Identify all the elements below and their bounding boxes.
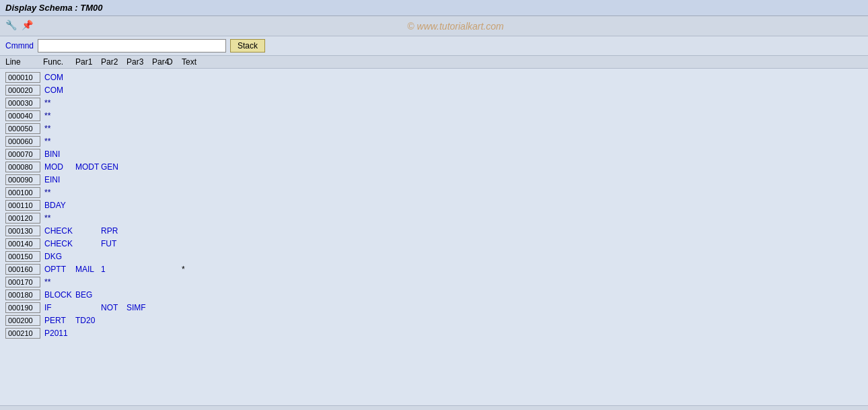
table-row: 000100** (5, 186, 863, 199)
table-row: 000010COM (5, 71, 863, 83)
bookmark-icon[interactable]: 📌 (22, 20, 35, 33)
line-number[interactable]: 000100 (5, 187, 40, 198)
func-value: CHECK (43, 239, 75, 248)
line-number[interactable]: 000010 (5, 72, 40, 83)
main-content: 000010COM000020COM000030**000040**000050… (0, 69, 868, 405)
col-header-par4: Par4 (152, 57, 167, 67)
line-number[interactable]: 000140 (5, 238, 40, 249)
func-value: EINI (43, 175, 75, 184)
func-value: ** (43, 111, 75, 121)
line-number[interactable]: 000200 (5, 315, 40, 326)
func-value: ** (43, 277, 75, 287)
par2-value: 1 (101, 265, 126, 274)
table-row: 000070BINI (5, 148, 863, 160)
table-row: 000200PERTTD20 (5, 314, 863, 327)
toolbar: 🔧 📌 © www.tutorialkart.com (0, 16, 868, 36)
func-value: ** (43, 188, 75, 197)
table-row: 000170** (5, 276, 863, 288)
func-value: MOD (43, 162, 75, 172)
title-bar: Display Schema : TM00 (0, 0, 868, 16)
line-number[interactable]: 000170 (5, 277, 40, 287)
line-number[interactable]: 000020 (5, 85, 40, 96)
table-row: 000050** (5, 123, 863, 135)
table-row: 000020COM (5, 84, 863, 96)
col-header-par1: Par1 (75, 57, 101, 67)
line-number[interactable]: 000150 (5, 251, 40, 262)
func-value: CHECK (43, 226, 75, 236)
wrench-icon[interactable]: 🔧 (5, 20, 19, 33)
table-row: 000120** (5, 212, 863, 224)
toolbar-icons: 🔧 📌 (5, 20, 35, 33)
table-row: 000080MODMODTGEN (5, 161, 863, 173)
table-row: 000180BLOCKBEG (5, 289, 863, 301)
par1-value: MAIL (75, 265, 101, 274)
line-number[interactable]: 000050 (5, 123, 40, 134)
table-row: 000150DKG (5, 250, 863, 263)
col-header-d: D (167, 57, 182, 67)
line-number[interactable]: 000130 (5, 226, 40, 236)
command-input[interactable] (38, 39, 226, 53)
func-value: ** (43, 213, 75, 223)
watermark: © www.tutorialkart.com (48, 21, 863, 32)
par2-value: FUT (101, 239, 126, 248)
line-number[interactable]: 000040 (5, 110, 40, 121)
col-header-par3: Par3 (126, 57, 152, 67)
par1-value: BEG (75, 290, 101, 300)
func-value: COM (43, 86, 75, 95)
func-value: ** (43, 137, 75, 146)
table-row: 000030** (5, 97, 863, 109)
line-number[interactable]: 000120 (5, 213, 40, 224)
func-value: IF (43, 303, 75, 312)
line-number[interactable]: 000030 (5, 98, 40, 108)
line-number[interactable]: 000190 (5, 302, 40, 313)
par1-value: MODT (75, 162, 101, 172)
line-number[interactable]: 000060 (5, 136, 40, 147)
col-header-func: Func. (43, 57, 75, 67)
func-value: BLOCK (43, 290, 75, 300)
command-label: Cmmnd (5, 41, 34, 50)
func-value: DKG (43, 252, 75, 261)
bottom-area (0, 405, 868, 410)
par3-value: SIMF (126, 303, 152, 312)
func-value: PERT (43, 316, 75, 325)
table-row: 000060** (5, 135, 863, 147)
par2-value: NOT (101, 303, 126, 312)
func-value: ** (43, 98, 75, 108)
func-value: P2011 (43, 329, 75, 338)
table-row: 000110BDAY (5, 199, 863, 211)
table-row: 000040** (5, 110, 863, 122)
text-value: * (182, 265, 316, 274)
func-value: OPTT (43, 265, 75, 274)
line-number[interactable]: 000110 (5, 200, 40, 211)
func-value: BINI (43, 149, 75, 159)
par1-value: TD20 (75, 316, 101, 325)
line-number[interactable]: 000070 (5, 149, 40, 160)
par2-value: GEN (101, 162, 126, 172)
table-row: 000190IFNOTSIMF (5, 302, 863, 314)
table-row: 000160OPTTMAIL1* (5, 263, 863, 275)
col-header-text: Text (182, 57, 316, 67)
func-value: ** (43, 124, 75, 133)
col-header-par2: Par2 (101, 57, 126, 67)
table-row: 000140CHECKFUT (5, 238, 863, 250)
line-number[interactable]: 000080 (5, 162, 40, 172)
line-number[interactable]: 000180 (5, 289, 40, 300)
table-row: 000090EINI (5, 174, 863, 186)
func-value: BDAY (43, 201, 75, 210)
title-text: Display Schema : TM00 (5, 3, 103, 13)
line-number[interactable]: 000160 (5, 264, 40, 275)
command-bar: Cmmnd Stack (0, 36, 868, 56)
table-row: 000130CHECKRPR (5, 225, 863, 237)
func-value: COM (43, 73, 75, 82)
table-row: 000210P2011 (5, 327, 863, 339)
line-number[interactable]: 000090 (5, 174, 40, 185)
col-header-line: Line (5, 57, 43, 67)
column-headers: Line Func. Par1 Par2 Par3 Par4 D Text (0, 56, 868, 69)
stack-button[interactable]: Stack (230, 39, 265, 53)
par2-value: RPR (101, 226, 126, 236)
line-number[interactable]: 000210 (5, 328, 40, 339)
